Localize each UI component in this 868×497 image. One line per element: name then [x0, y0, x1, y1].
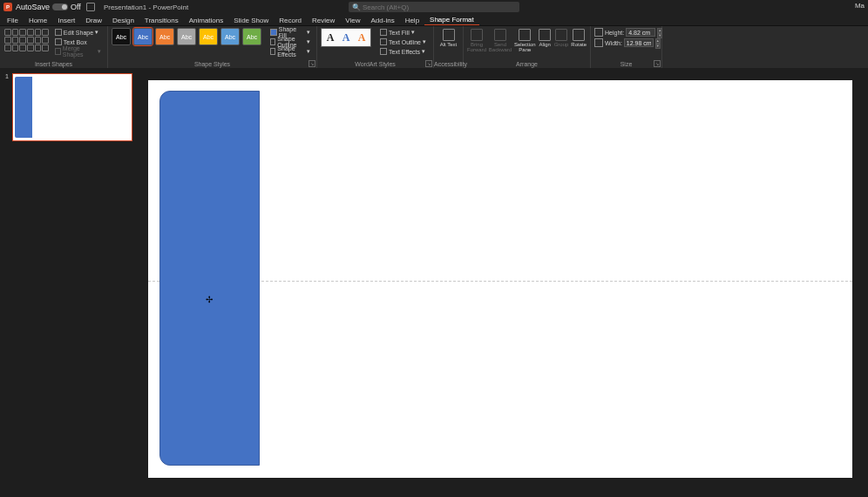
selection-pane-button[interactable]: Selection Pane — [514, 28, 536, 52]
alt-text-button[interactable]: Alt Text — [437, 28, 459, 47]
title-bar: P AutoSave Off Presentation1 - PowerPoin… — [0, 0, 868, 14]
tab-file[interactable]: File — [2, 16, 24, 25]
group-accessibility: Alt Text Accessibility — [434, 26, 464, 68]
send-backward-button: Send Backward — [489, 28, 512, 52]
slide-thumbnails-panel[interactable]: 1 — [0, 68, 138, 497]
align-button[interactable]: Align — [539, 28, 552, 47]
group-label: Size — [591, 61, 661, 68]
height-input[interactable] — [626, 28, 655, 37]
text-fill-button[interactable]: Text Fill ▾ — [377, 28, 429, 37]
merge-icon — [55, 48, 61, 55]
powerpoint-icon: P — [3, 3, 12, 11]
tab-design[interactable]: Design — [107, 16, 139, 25]
thumbnail-preview — [12, 73, 132, 141]
slide-number: 1 — [5, 73, 10, 141]
shape-style-swatch[interactable]: Abc — [177, 28, 196, 45]
toggle-icon — [52, 3, 68, 10]
wordart-swatch[interactable]: A — [339, 31, 353, 44]
group-arrange: Bring Forward Send Backward Selection Pa… — [464, 26, 591, 68]
height-label: Height: — [605, 30, 624, 36]
user-label: Ma — [855, 2, 865, 10]
bring-forward-icon — [471, 29, 483, 41]
group-label: Accessibility — [434, 61, 463, 68]
text-outline-icon — [380, 38, 387, 45]
outline-icon — [270, 38, 275, 45]
tab-shape-format[interactable]: Shape Format — [424, 15, 479, 25]
thumbnail-shape — [15, 77, 32, 138]
width-spinner[interactable]: ▲▼ — [655, 38, 661, 47]
group-button: Group — [554, 28, 569, 47]
search-box[interactable]: 🔍 — [349, 2, 519, 12]
text-cursor-icon: ✢ — [206, 295, 213, 304]
rotate-icon — [573, 29, 585, 41]
tab-animations[interactable]: Animations — [184, 16, 229, 25]
rotate-button[interactable]: Rotate — [571, 28, 587, 47]
dialog-launcher-icon[interactable]: ↘ — [309, 60, 315, 67]
tab-insert[interactable]: Insert — [52, 16, 80, 25]
shape-style-gallery[interactable]: AbcAbcAbcAbcAbcAbcAbc — [112, 28, 261, 45]
fill-icon — [270, 29, 277, 36]
width-label: Width: — [605, 40, 622, 46]
merge-shapes-button: Merge Shapes ▾ — [52, 47, 104, 56]
shapes-gallery[interactable] — [3, 28, 50, 52]
group-label: Shape Styles — [108, 61, 316, 68]
slide-canvas-area[interactable]: ✢ — [138, 68, 868, 497]
align-icon — [539, 29, 551, 41]
search-icon: 🔍 — [352, 3, 361, 11]
group-label: Insert Shapes — [0, 61, 107, 68]
alt-text-icon — [443, 29, 455, 41]
dialog-launcher-icon[interactable]: ↘ — [654, 60, 661, 67]
search-input[interactable] — [349, 2, 519, 12]
group-insert-shapes: Edit Shape ▾ Text Box Merge Shapes ▾ Ins… — [0, 26, 108, 68]
height-spinner[interactable]: ▲▼ — [657, 28, 662, 37]
shape-style-swatch[interactable]: Abc — [242, 28, 261, 45]
group-label: Arrange — [464, 61, 590, 68]
ribbon: Edit Shape ▾ Text Box Merge Shapes ▾ Ins… — [0, 26, 868, 68]
slide[interactable]: ✢ — [148, 80, 852, 478]
tab-record[interactable]: Record — [274, 16, 307, 25]
group-icon — [555, 29, 567, 41]
save-icon[interactable] — [86, 3, 95, 11]
edit-shape-icon — [55, 29, 62, 36]
autosave-state: Off — [71, 3, 81, 11]
tab-review[interactable]: Review — [307, 16, 340, 25]
wordart-swatch[interactable]: A — [355, 31, 369, 44]
rounded-rectangle-shape[interactable]: ✢ — [159, 91, 260, 466]
text-fill-icon — [380, 29, 387, 36]
group-size: Height: ▲▼ Width: ▲▼ Size ↘ — [591, 26, 662, 68]
text-outline-button[interactable]: Text Outline ▾ — [377, 37, 429, 46]
group-shape-styles: AbcAbcAbcAbcAbcAbcAbc Shape Fill ▾ Shape… — [108, 26, 317, 68]
shape-style-swatch[interactable]: Abc — [133, 28, 153, 45]
slide-thumbnail[interactable]: 1 — [5, 73, 132, 141]
autosave-label: AutoSave — [16, 3, 50, 11]
ribbon-tabs: FileHomeInsertDrawDesignTransitionsAnima… — [0, 14, 868, 26]
edit-shape-button[interactable]: Edit Shape ▾ — [52, 28, 104, 37]
tab-help[interactable]: Help — [400, 16, 424, 25]
shape-style-swatch[interactable]: Abc — [220, 28, 240, 45]
tab-home[interactable]: Home — [24, 16, 52, 25]
wordart-swatch[interactable]: A — [323, 31, 337, 44]
height-icon — [594, 28, 603, 37]
dialog-launcher-icon[interactable]: ↘ — [425, 60, 432, 67]
group-label: WordArt Styles — [317, 61, 433, 68]
shape-style-swatch[interactable]: Abc — [112, 28, 131, 45]
bring-forward-button: Bring Forward — [467, 28, 486, 52]
autosave-toggle[interactable]: AutoSave Off — [16, 3, 81, 11]
document-title: Presentation1 - PowerPoint — [104, 3, 188, 11]
effects-icon — [270, 48, 275, 55]
width-icon — [594, 38, 603, 47]
shape-effects-button[interactable]: Shape Effects ▾ — [268, 47, 313, 56]
group-wordart-styles: AAA Text Fill ▾ Text Outline ▾ Text Effe… — [317, 26, 434, 68]
width-input[interactable] — [624, 38, 654, 47]
text-box-icon — [55, 38, 62, 45]
tab-transitions[interactable]: Transitions — [139, 16, 184, 25]
tab-view[interactable]: View — [340, 16, 365, 25]
tab-draw[interactable]: Draw — [80, 16, 107, 25]
shape-style-swatch[interactable]: Abc — [155, 28, 174, 45]
workspace: 1 ✢ — [0, 68, 868, 497]
shape-style-swatch[interactable]: Abc — [199, 28, 218, 45]
tab-add-ins[interactable]: Add-ins — [366, 16, 400, 25]
text-effects-button[interactable]: Text Effects ▾ — [377, 47, 429, 56]
wordart-gallery[interactable]: AAA — [321, 28, 371, 47]
tab-slide-show[interactable]: Slide Show — [228, 16, 274, 25]
